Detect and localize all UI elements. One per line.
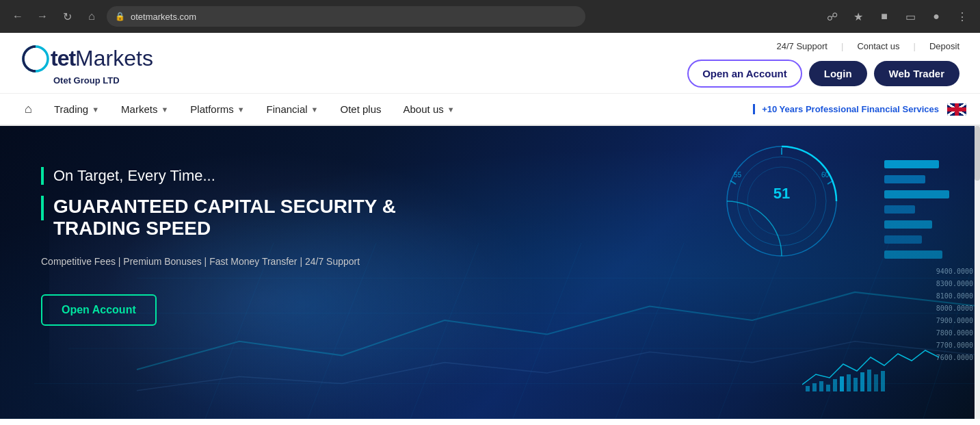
- hero-headline: GUARANTEED CAPITAL SECURITY & TRADING SP…: [41, 196, 465, 240]
- uk-flag-icon: [947, 103, 966, 116]
- financial-chevron-icon: ▼: [311, 105, 319, 114]
- svg-line-20: [730, 181, 736, 184]
- refresh-button[interactable]: ↻: [57, 7, 77, 26]
- profile-icon[interactable]: ●: [927, 7, 946, 26]
- deposit-link[interactable]: Deposit: [929, 41, 959, 51]
- hero-data-bars: [884, 153, 966, 290]
- url-text: otetmarkets.com: [131, 12, 196, 22]
- nav-slogan: +10 Years Professional Financial Service…: [753, 104, 939, 114]
- aboutus-chevron-icon: ▼: [447, 105, 455, 114]
- hero-tagline: On Target, Every Time...: [41, 167, 465, 185]
- site-header: tet Markets Otet Group LTD 24/7 Support …: [0, 33, 980, 94]
- price-value-8: 7600.0000: [936, 352, 973, 364]
- logo-subtitle: Otet Group LTD: [53, 75, 153, 86]
- forward-button[interactable]: →: [33, 7, 52, 26]
- web-trader-button[interactable]: Web Trader: [874, 61, 959, 86]
- svg-rect-38: [860, 372, 864, 391]
- markets-chevron-icon: ▼: [161, 105, 168, 114]
- header-top: tet Markets Otet Group LTD 24/7 Support …: [21, 33, 959, 93]
- nav-home-icon[interactable]: ⌂: [14, 94, 43, 125]
- platforms-chevron-icon: ▼: [237, 105, 245, 114]
- login-button[interactable]: Login: [809, 61, 867, 86]
- contact-link[interactable]: Contact us: [857, 41, 899, 51]
- nav-item-platforms[interactable]: Platforms ▼: [179, 94, 255, 125]
- svg-rect-39: [867, 370, 871, 391]
- svg-rect-23: [884, 160, 939, 168]
- svg-rect-36: [847, 374, 851, 391]
- svg-rect-30: [806, 386, 810, 391]
- price-value-5: 7900.0000: [936, 315, 973, 327]
- home-button[interactable]: ⌂: [82, 7, 101, 26]
- translate-icon[interactable]: ☍: [823, 7, 842, 26]
- flag-cross-h: [947, 107, 966, 111]
- hero-content: On Target, Every Time... GUARANTEED CAPI…: [41, 167, 465, 326]
- lock-icon: 🔒: [115, 12, 125, 21]
- address-bar[interactable]: 🔒 otetmarkets.com: [107, 6, 585, 27]
- svg-line-10: [615, 243, 684, 419]
- split-screen-icon[interactable]: ▭: [901, 7, 920, 26]
- svg-rect-31: [812, 383, 817, 391]
- nav-item-financial[interactable]: Financial ▼: [256, 94, 330, 125]
- scrollbar[interactable]: [975, 126, 980, 419]
- site-nav: ⌂ Trading ▼ Markets ▼ Platforms ▼ Financ…: [0, 94, 980, 126]
- scrollbar-thumb[interactable]: [975, 126, 980, 181]
- divider-2: |: [914, 41, 916, 51]
- svg-rect-35: [840, 376, 844, 391]
- open-account-button[interactable]: Open an Account: [687, 60, 802, 88]
- logo-otet-text: tet: [51, 46, 75, 71]
- hero-subtext: Competitive Fees | Premium Bonuses | Fas…: [41, 256, 465, 267]
- nav-right: +10 Years Professional Financial Service…: [753, 103, 966, 116]
- svg-rect-34: [833, 379, 837, 391]
- back-button[interactable]: ←: [8, 7, 27, 26]
- svg-rect-40: [874, 374, 878, 391]
- price-value-4: 8000.0000: [936, 302, 973, 315]
- flag-cross-v: [955, 103, 959, 116]
- svg-rect-25: [884, 190, 949, 198]
- svg-line-11: [718, 243, 786, 419]
- logo-icon: [21, 44, 51, 74]
- svg-text:55: 55: [734, 171, 742, 179]
- svg-rect-26: [884, 205, 915, 214]
- svg-rect-28: [884, 235, 922, 244]
- divider-1: |: [841, 41, 843, 51]
- hero-open-account-button[interactable]: Open Account: [41, 294, 157, 326]
- nav-item-aboutus[interactable]: About us ▼: [393, 94, 466, 125]
- nav-item-markets[interactable]: Markets ▼: [110, 94, 179, 125]
- support-link[interactable]: 24/7 Support: [777, 41, 827, 51]
- extensions-icon[interactable]: ■: [875, 7, 894, 26]
- nav-inner: ⌂ Trading ▼ Markets ▼ Platforms ▼ Financ…: [14, 94, 753, 125]
- logo-markets-text: Markets: [75, 46, 153, 71]
- browser-actions: ☍ ★ ■ ▭ ● ⋮: [823, 7, 972, 26]
- svg-rect-32: [819, 381, 823, 391]
- header-top-links: 24/7 Support | Contact us | Deposit: [777, 41, 959, 51]
- nav-language-flag[interactable]: [947, 103, 966, 116]
- svg-text:51: 51: [773, 185, 790, 202]
- logo-combined[interactable]: tet Markets: [21, 44, 153, 74]
- nav-item-otetplus[interactable]: Otet plus: [329, 94, 392, 125]
- menu-icon[interactable]: ⋮: [953, 7, 972, 26]
- nav-item-trading[interactable]: Trading ▼: [43, 94, 110, 125]
- header-buttons: Open an Account Login Web Trader: [687, 60, 959, 88]
- tagline-bar: [41, 167, 44, 185]
- header-right: 24/7 Support | Contact us | Deposit Open…: [687, 41, 959, 88]
- trading-chevron-icon: ▼: [92, 105, 99, 114]
- hero-section: 51 60 55 9400.0000 8300.0000 8100.0000 8…: [0, 126, 980, 419]
- svg-rect-37: [853, 378, 858, 391]
- bookmark-star-icon[interactable]: ★: [849, 7, 868, 26]
- logo-area: tet Markets Otet Group LTD: [21, 44, 153, 86]
- headline-bar: [41, 196, 44, 220]
- price-value-6: 7800.0000: [936, 327, 973, 339]
- hero-mini-chart: [802, 337, 939, 391]
- hero-dial-svg: 51 60 55: [720, 140, 843, 263]
- svg-rect-27: [884, 220, 932, 229]
- browser-chrome: ← → ↻ ⌂ 🔒 otetmarkets.com ☍ ★ ■ ▭ ● ⋮: [0, 0, 980, 33]
- price-value-7: 7700.0000: [936, 339, 973, 352]
- svg-text:60: 60: [821, 171, 830, 179]
- price-value-3: 8100.0000: [936, 290, 973, 302]
- svg-line-12: [821, 243, 889, 419]
- hero-bars-svg: [884, 153, 966, 290]
- svg-rect-41: [881, 371, 885, 391]
- svg-rect-24: [884, 175, 925, 183]
- hero-dial-wrapper: 51 60 55: [720, 140, 843, 266]
- svg-rect-29: [884, 250, 942, 259]
